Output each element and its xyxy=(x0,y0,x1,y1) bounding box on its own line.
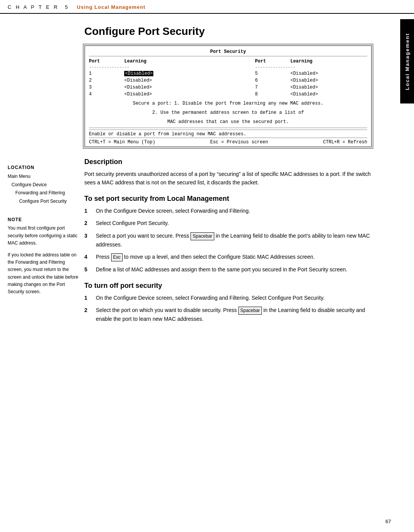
terminal-row: 3<Disabled>7<Disabled> xyxy=(89,84,367,91)
step-text: Select Configure Port Security. xyxy=(96,219,372,227)
note-title: NOTE xyxy=(8,217,79,222)
step-number: 5 xyxy=(84,265,91,274)
terminal-controls: CTRL+T = Main Menu (Top) Esc = Previous … xyxy=(89,138,367,145)
terminal-row: 1<Disabled>5<Disabled> xyxy=(89,70,367,77)
step-number: 2 xyxy=(84,219,91,227)
location-main-menu: Main Menu xyxy=(8,172,79,181)
learning-col2: <Disabled> xyxy=(290,70,367,77)
esc-label: Esc = Previous screen xyxy=(210,140,268,145)
page-header: C H A P T E R 5 Using Local Management xyxy=(0,0,414,14)
learning-col1: <Disabled> xyxy=(124,70,255,77)
col1-learning-header: Learning xyxy=(124,59,255,64)
list-item: 3Select a port you want to secure. Press… xyxy=(84,232,372,249)
port-num-col2: 8 xyxy=(255,91,290,98)
step-number: 1 xyxy=(84,294,91,302)
step-number: 4 xyxy=(84,253,91,261)
step-number: 1 xyxy=(84,207,91,215)
col1-divider-line: ---------------- xyxy=(89,64,255,70)
turn-off-heading: To turn off port security xyxy=(84,282,372,290)
col2-divider-line: ---------------- xyxy=(255,64,367,70)
terminal-table: Port Learning Port Learning ------------… xyxy=(89,59,367,98)
learning-col1: <Disabled> xyxy=(124,84,255,91)
chapter-label: C H A P T E R xyxy=(8,4,59,10)
step-text: Press Esc to move up a level, and then s… xyxy=(96,253,372,261)
chapter-title: Using Local Management xyxy=(77,4,146,10)
key-badge: Spacebar xyxy=(238,307,262,315)
list-item: 2Select the port on which you want to di… xyxy=(84,306,372,323)
page-title: Configure Port Security xyxy=(84,25,372,38)
learning-col2: <Disabled> xyxy=(290,84,367,91)
list-item: 4Press Esc to move up a level, and then … xyxy=(84,253,372,261)
terminal-inner: Port Security Port Learning Port Learnin… xyxy=(85,46,371,147)
turn-off-steps: 1On the Configure Device screen, select … xyxy=(84,294,372,323)
key-badge: Spacebar xyxy=(191,232,214,240)
note-text-2: If you locked the address table on the F… xyxy=(8,251,79,296)
step-number: 2 xyxy=(84,306,91,323)
learning-col1: <Disabled> xyxy=(124,91,255,98)
col1-port-header: Port xyxy=(89,59,124,64)
list-item: 2Select Configure Port Security. xyxy=(84,219,372,227)
chapter-number: 5 xyxy=(65,4,69,10)
col2-learning-header: Learning xyxy=(290,59,367,64)
step-number: 3 xyxy=(84,232,91,249)
terminal-box: Port Security Port Learning Port Learnin… xyxy=(84,45,372,147)
port-num-col1: 1 xyxy=(89,70,124,77)
location-title: LOCATION xyxy=(8,165,79,170)
description-heading: Description xyxy=(84,158,372,166)
step-text: Select a port you want to secure. Press … xyxy=(96,232,372,249)
step-text: On the Configure Device screen, select F… xyxy=(96,207,372,215)
left-sidebar: LOCATION Main Menu Configure Device Forw… xyxy=(8,165,79,296)
ctrl-r-label: CTRL+R = Refresh xyxy=(323,140,367,145)
location-configure-device: Configure Device xyxy=(8,181,79,189)
terminal-note-2: 2. Use the permanent address screen to d… xyxy=(89,109,367,116)
key-badge: Esc xyxy=(111,253,123,261)
sidebar-tab: Local Management xyxy=(400,19,414,103)
page-number: 67 xyxy=(386,519,391,524)
step-text: Define a list of MAC addresses and assig… xyxy=(96,265,372,274)
list-item: 1On the Configure Device screen, select … xyxy=(84,207,372,215)
port-num-col1: 4 xyxy=(89,91,124,98)
terminal-note-3: MAC addresses that can use the secured p… xyxy=(89,118,367,125)
set-security-heading: To set port security from Local Manageme… xyxy=(84,195,372,203)
port-num-col1: 2 xyxy=(89,77,124,84)
ctrl-t-label: CTRL+T = Main Menu (Top) xyxy=(89,140,155,145)
terminal-row: 2<Disabled>6<Disabled> xyxy=(89,77,367,84)
list-item: 5Define a list of MAC addresses and assi… xyxy=(84,265,372,274)
terminal-status: Enable or disable a port from learning n… xyxy=(89,130,367,137)
step-text: On the Configure Device screen, select F… xyxy=(96,294,372,302)
port-num-col2: 6 xyxy=(255,77,290,84)
note-section: NOTE You must first configure port secur… xyxy=(8,217,79,296)
col2-port-header: Port xyxy=(255,59,290,64)
description-text: Port security prevents unauthorized acce… xyxy=(84,170,372,187)
learning-col2: <Disabled> xyxy=(290,77,367,84)
learning-col2: <Disabled> xyxy=(290,91,367,98)
port-num-col2: 7 xyxy=(255,84,290,91)
list-item: 1On the Configure Device screen, select … xyxy=(84,294,372,302)
port-num-col1: 3 xyxy=(89,84,124,91)
terminal-row: 4<Disabled>8<Disabled> xyxy=(89,91,367,98)
location-section: LOCATION Main Menu Configure Device Forw… xyxy=(8,165,79,205)
note-text-1: You must first configure port security b… xyxy=(8,225,79,247)
port-num-col2: 5 xyxy=(255,70,290,77)
terminal-title: Port Security xyxy=(89,49,367,56)
terminal-note-1: Secure a port: 1. Disable the port from … xyxy=(89,100,367,107)
location-port-security: Configure Port Security xyxy=(8,197,79,206)
step-text: Select the port on which you want to dis… xyxy=(96,306,372,323)
location-forwarding: Forwarding and Filtering xyxy=(8,189,79,197)
set-security-steps: 1On the Configure Device screen, select … xyxy=(84,207,372,274)
learning-col1: <Disabled> xyxy=(124,77,255,84)
